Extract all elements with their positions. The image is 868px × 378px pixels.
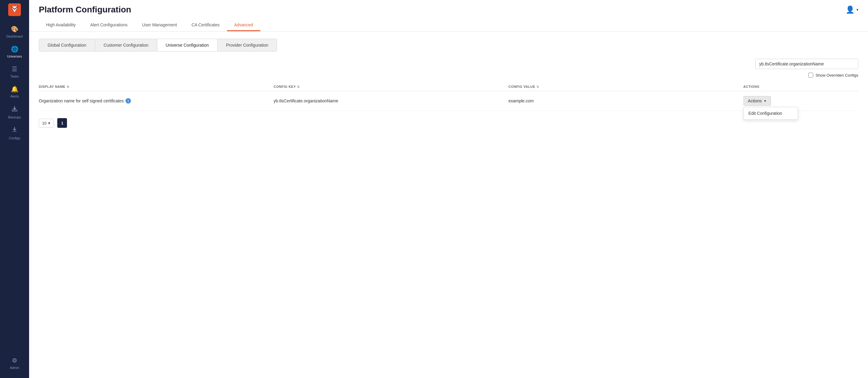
cell-actions: Actions ▼ Edit Configuration (743, 96, 858, 106)
tab-alert-configurations[interactable]: Alert Configurations (83, 20, 135, 31)
tab-user-management[interactable]: User Management (135, 20, 184, 31)
app-logo[interactable] (7, 2, 22, 17)
table-header: DISPLAY NAME ⇅ CONFIG KEY ⇅ CONFIG VALUE… (39, 82, 858, 91)
dashboard-icon: 🎨 (11, 26, 19, 33)
cell-config-value: example.com (508, 98, 739, 103)
actions-dropdown: Actions ▼ Edit Configuration (743, 96, 771, 106)
col-config-key: CONFIG KEY ⇅ (274, 85, 504, 89)
dropdown-item-edit-configuration[interactable]: Edit Configuration (744, 107, 798, 119)
sidebar-item-configs[interactable]: Configs (0, 123, 29, 144)
sort-config-key-icon[interactable]: ⇅ (297, 85, 300, 89)
nav-tabs: High Availability Alert Configurations U… (39, 20, 858, 31)
sidebar-item-admin[interactable]: ⚙ Admin (0, 353, 29, 373)
show-overriden-label[interactable]: Show Overriden Configs (815, 73, 858, 77)
sub-tab-global-configuration[interactable]: Global Configuration (39, 39, 95, 51)
sidebar-item-alerts[interactable]: 🔔 Alerts (0, 82, 29, 102)
actions-button[interactable]: Actions ▼ (743, 96, 771, 106)
alerts-icon: 🔔 (11, 85, 19, 93)
sub-tab-customer-configuration[interactable]: Customer Configuration (95, 39, 157, 51)
sidebar-item-tasks[interactable]: ☰ Tasks (0, 62, 29, 82)
col-display-name: DISPLAY NAME ⇅ (39, 85, 269, 89)
sidebar-item-universes[interactable]: 🌐 Universes (0, 42, 29, 62)
universes-icon: 🌐 (11, 45, 19, 53)
tab-high-availability[interactable]: High Availability (39, 20, 83, 31)
col-config-value: CONFIG VALUE ⇅ (508, 85, 739, 89)
search-row (39, 59, 858, 69)
info-icon[interactable]: i (125, 98, 131, 104)
config-table: DISPLAY NAME ⇅ CONFIG KEY ⇅ CONFIG VALUE… (39, 82, 858, 111)
cell-display-name: Organization name for self signed certif… (39, 98, 269, 104)
admin-icon: ⚙ (12, 357, 17, 364)
sort-config-value-icon[interactable]: ⇅ (536, 85, 539, 89)
page-title: Platform Configuration (39, 5, 131, 14)
configs-icon (11, 126, 18, 135)
pagination-row: 10 ▾ 1 (39, 118, 858, 128)
cell-config-key: yb.tlsCertificate.organizationName (274, 98, 504, 103)
user-menu[interactable]: 👤 ▾ (845, 5, 858, 14)
overriden-row: Show Overriden Configs (39, 73, 858, 77)
content-area: Global Configuration Customer Configurat… (29, 32, 868, 378)
main-content: Platform Configuration 👤 ▾ High Availabi… (29, 0, 868, 378)
sidebar-item-dashboard[interactable]: 🎨 Dashboard (0, 22, 29, 42)
page-header: Platform Configuration 👤 ▾ High Availabi… (29, 0, 868, 32)
page-1-button[interactable]: 1 (57, 118, 67, 128)
backups-icon (11, 105, 18, 113)
sidebar: 🎨 Dashboard 🌐 Universes ☰ Tasks 🔔 Alerts… (0, 0, 29, 378)
user-icon: 👤 (845, 5, 855, 14)
sidebar-item-backups[interactable]: Backups (0, 102, 29, 123)
tab-advanced[interactable]: Advanced (227, 20, 260, 31)
show-overriden-checkbox[interactable] (808, 73, 813, 77)
sub-tab-universe-configuration[interactable]: Universe Configuration (157, 39, 218, 51)
per-page-select[interactable]: 10 ▾ (39, 119, 54, 128)
tab-ca-certificates[interactable]: CA Certificates (184, 20, 227, 31)
actions-dropdown-menu: Edit Configuration (743, 107, 798, 119)
per-page-caret-icon: ▾ (48, 121, 50, 126)
col-actions: ACTIONS (743, 85, 858, 89)
sub-tab-provider-configuration[interactable]: Provider Configuration (218, 39, 277, 51)
search-input[interactable] (755, 59, 858, 69)
table-row: Organization name for self signed certif… (39, 91, 858, 111)
user-caret-icon: ▾ (857, 7, 858, 12)
header-top: Platform Configuration 👤 ▾ (39, 5, 858, 14)
sort-display-name-icon[interactable]: ⇅ (67, 85, 69, 89)
actions-caret-icon: ▼ (764, 99, 767, 103)
tasks-icon: ☰ (12, 65, 17, 73)
sub-tabs: Global Configuration Customer Configurat… (39, 39, 277, 51)
svg-rect-1 (12, 110, 17, 111)
